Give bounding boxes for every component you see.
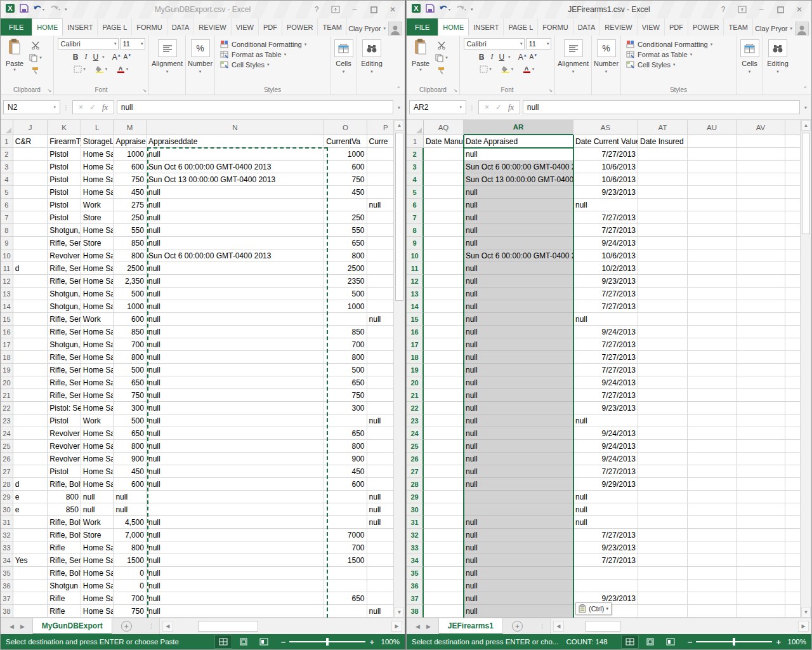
cell[interactable]: 9/23/2013 [573, 275, 638, 288]
help-icon[interactable]: ? [715, 3, 731, 16]
cell[interactable]: null [573, 199, 638, 211]
cell[interactable]: 9/24/2013 [573, 326, 638, 338]
row-header[interactable]: 31 [407, 516, 424, 529]
cell[interactable] [737, 389, 785, 402]
cell[interactable] [424, 249, 464, 262]
cell[interactable]: 650 [324, 427, 367, 440]
cell[interactable]: 600 [114, 313, 147, 326]
grow-font-button[interactable]: A▲ [112, 53, 121, 62]
row-header[interactable]: 11 [1, 262, 13, 275]
normal-view-button[interactable] [215, 635, 232, 648]
row-header[interactable]: 18 [407, 351, 424, 364]
spreadsheet-grid[interactable]: JKLMNOP1C&RFirearmTyStorageLoAppraisedAp… [1, 120, 405, 618]
cell[interactable] [13, 211, 48, 224]
row-header[interactable]: 3 [407, 161, 424, 173]
cell[interactable] [688, 567, 737, 580]
cell[interactable] [688, 478, 737, 491]
cell[interactable] [737, 592, 785, 605]
cell[interactable] [737, 465, 785, 478]
column-header-M[interactable]: M [114, 120, 147, 135]
cell[interactable]: 4,500 [114, 516, 147, 529]
horizontal-scrollbar[interactable]: ◀ ▶ [159, 618, 405, 634]
row-header[interactable]: 34 [1, 554, 13, 567]
row-header[interactable]: 29 [407, 491, 424, 503]
cell[interactable] [638, 376, 688, 389]
cell[interactable] [13, 376, 48, 389]
row-header[interactable]: 10 [1, 249, 13, 262]
normal-view-button[interactable] [622, 635, 638, 648]
cancel-icon[interactable]: × [79, 103, 83, 112]
cell[interactable]: Revolver [48, 453, 81, 465]
underline-chevron-icon[interactable]: ▾ [508, 55, 511, 60]
cell[interactable] [688, 211, 737, 224]
zoom-out-icon[interactable]: − [281, 637, 286, 647]
cell[interactable]: Revolver [48, 427, 81, 440]
cell[interactable]: Sun Oct 6 00:00:00 GMT-0400 2013 [464, 249, 573, 262]
cell[interactable]: Date Appraised [464, 135, 573, 148]
cell[interactable]: null [147, 592, 324, 605]
cell[interactable]: 550 [114, 224, 147, 237]
cell[interactable]: 750 [324, 173, 367, 186]
cell[interactable]: null [114, 503, 147, 516]
cell[interactable] [737, 376, 785, 389]
cell[interactable]: Work [81, 516, 114, 529]
cell[interactable]: Home Safe [81, 148, 114, 161]
cell[interactable] [688, 541, 737, 554]
cell[interactable]: null [464, 453, 573, 465]
row-header[interactable]: 18 [1, 351, 13, 364]
cell[interactable]: Work [81, 313, 114, 326]
cell[interactable]: Home Safe [81, 567, 114, 580]
cell[interactable] [638, 224, 688, 237]
copy-button[interactable]: ▾ [27, 53, 44, 63]
cell[interactable] [638, 516, 688, 529]
cell[interactable]: 7/27/2013 [573, 288, 638, 300]
cell[interactable]: null [114, 491, 147, 503]
cell[interactable] [638, 605, 688, 618]
cell[interactable] [737, 237, 785, 249]
format-painter-button[interactable] [433, 65, 450, 76]
cell[interactable] [638, 389, 688, 402]
cell[interactable] [638, 440, 688, 453]
cell[interactable] [424, 148, 464, 161]
cell[interactable]: null [464, 402, 573, 415]
cell[interactable]: 9/24/2013 [573, 427, 638, 440]
cell[interactable] [324, 605, 367, 618]
cell[interactable]: 900 [114, 453, 147, 465]
cell[interactable] [737, 478, 785, 491]
cell[interactable]: Home Safe [81, 275, 114, 288]
cell[interactable]: 700 [324, 541, 367, 554]
cell[interactable] [424, 300, 464, 313]
row-header[interactable]: 30 [1, 503, 13, 516]
alignment-chevron-icon[interactable]: ▾ [166, 69, 169, 74]
cell[interactable]: null [147, 199, 324, 211]
cell[interactable] [424, 338, 464, 351]
cell[interactable]: null [464, 224, 573, 237]
tab-formulas[interactable]: FORMU [538, 18, 573, 36]
cell[interactable]: null [464, 554, 573, 567]
cell[interactable]: Home Safe [81, 288, 114, 300]
cell[interactable] [688, 199, 737, 211]
italic-button[interactable]: I [82, 52, 89, 62]
tab-view[interactable]: VIEW [638, 18, 665, 36]
tab-data[interactable]: DATA [573, 18, 601, 36]
cell[interactable] [13, 199, 48, 211]
cell[interactable] [13, 605, 48, 618]
sheet-tab[interactable]: JEFirearms1 [438, 618, 503, 635]
cell[interactable]: 800 [48, 491, 81, 503]
cell[interactable]: Rifle, Bolt [48, 567, 81, 580]
tab-insert[interactable]: INSERT [63, 18, 98, 36]
restore-icon[interactable] [772, 3, 789, 16]
row-header[interactable]: 33 [1, 541, 13, 554]
enter-icon[interactable]: ✓ [495, 103, 502, 112]
cell[interactable]: Home Safe [81, 580, 114, 592]
row-header[interactable]: 33 [407, 541, 424, 554]
cell[interactable] [737, 541, 785, 554]
column-header-N[interactable]: N [147, 120, 324, 135]
percent-icon[interactable]: % [191, 39, 210, 57]
cell[interactable] [688, 465, 737, 478]
cell[interactable]: null [573, 415, 638, 427]
cell[interactable]: 7/27/2013 [573, 211, 638, 224]
cell[interactable]: 250 [114, 211, 147, 224]
underline-button[interactable]: U [497, 53, 506, 62]
cell[interactable] [424, 465, 464, 478]
